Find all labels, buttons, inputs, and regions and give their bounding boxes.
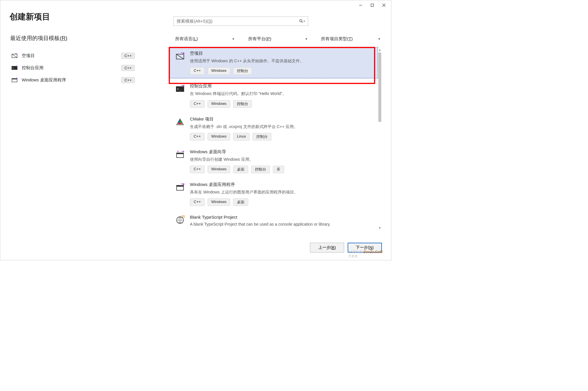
template-tags: C++Windows桌面 bbox=[190, 198, 374, 206]
recent-item-label: Windows 桌面应用程序 bbox=[22, 77, 117, 83]
scroll-up-button[interactable]: ▲ bbox=[378, 48, 382, 52]
template-tag: C++ bbox=[190, 100, 205, 108]
empty-project-icon bbox=[11, 52, 18, 59]
chevron-down-icon: ▼ bbox=[232, 37, 235, 41]
scroll-down-button[interactable]: ▼ bbox=[378, 226, 382, 230]
language-filter-dropdown[interactable]: 所有语言(L) ▼ bbox=[173, 34, 237, 44]
template-tag: 桌面 bbox=[233, 166, 248, 173]
back-button[interactable]: 上一步(B) bbox=[310, 243, 344, 253]
template-tag: C++ bbox=[190, 67, 205, 75]
desktop-app-icon bbox=[175, 182, 185, 192]
svg-point-14 bbox=[300, 20, 302, 22]
template-scrollbar[interactable]: ▲ ▼ bbox=[378, 48, 382, 230]
template-card[interactable]: TSBlank TypeScript ProjectA blank TypeSc… bbox=[168, 211, 378, 231]
template-card[interactable]: Windows 桌面应用程序具有在 Windows 上运行的图形用户界面的应用程… bbox=[168, 178, 378, 210]
template-tag: Windows bbox=[208, 166, 231, 173]
template-tags: C++Windows控制台 bbox=[190, 67, 374, 75]
template-card[interactable]: 空项目使用适用于 Windows 的 C++ 从头开始操作。不提供基础文件。C+… bbox=[168, 47, 378, 79]
svg-text:TS: TS bbox=[182, 215, 185, 218]
recent-item-label: 控制台应用 bbox=[22, 65, 117, 71]
language-badge: C++ bbox=[121, 77, 135, 83]
desktop-app-icon bbox=[11, 77, 18, 83]
svg-line-17 bbox=[176, 54, 184, 59]
watermark: CSDN @ DevZe.CoM 开发者 bbox=[348, 250, 382, 258]
combo-label: 所有项目类型(T) bbox=[321, 36, 353, 42]
svg-point-22 bbox=[183, 85, 184, 87]
template-tags: C++WindowsLinux控制台 bbox=[190, 133, 374, 140]
combo-label: 所有平台(P) bbox=[248, 36, 271, 42]
svg-point-18 bbox=[183, 52, 184, 54]
svg-line-15 bbox=[302, 22, 303, 23]
project-type-filter-dropdown[interactable]: 所有项目类型(T) ▼ bbox=[319, 34, 382, 44]
minimize-button[interactable] bbox=[355, 1, 366, 9]
recent-templates-list: 空项目 C++ >_ 控制台应用 C++ Windows 桌面应用程序 C++ bbox=[10, 50, 136, 86]
svg-text:>_: >_ bbox=[12, 67, 15, 69]
svg-point-6 bbox=[16, 53, 17, 54]
template-tag: 库 bbox=[273, 166, 284, 173]
search-templates-box[interactable]: 搜索模板(Alt+S)(S) ▾ bbox=[173, 17, 308, 26]
search-placeholder: 搜索模板(Alt+S)(S) bbox=[177, 19, 299, 24]
search-icon[interactable]: ▾ bbox=[299, 19, 305, 23]
typescript-icon: TS bbox=[175, 215, 185, 224]
page-title: 创建新项目 bbox=[10, 11, 50, 22]
template-title: CMake 项目 bbox=[190, 116, 374, 122]
svg-point-13 bbox=[16, 78, 17, 79]
empty-project-icon bbox=[175, 51, 185, 61]
chevron-down-icon: ▼ bbox=[305, 37, 308, 41]
template-description: 使用向导自行创建 Windows 应用。 bbox=[190, 156, 374, 162]
template-tag: C++ bbox=[190, 166, 205, 173]
close-button[interactable] bbox=[378, 1, 389, 9]
template-description: 生成不依赖于 .sln 或 .vcxproj 文件的新式跨平台 C++ 应用。 bbox=[190, 124, 374, 129]
template-tag: Windows bbox=[208, 133, 231, 140]
svg-point-7 bbox=[15, 53, 16, 54]
template-tag: C++ bbox=[190, 133, 205, 140]
template-description: A blank TypeScript Project that can be u… bbox=[190, 221, 374, 227]
svg-point-10 bbox=[16, 65, 17, 67]
recent-heading-text-end: ) bbox=[66, 35, 67, 41]
svg-point-19 bbox=[181, 52, 182, 53]
recent-item-empty-project[interactable]: 空项目 C++ bbox=[10, 50, 136, 62]
template-title: Blank TypeScript Project bbox=[190, 215, 374, 220]
maximize-button[interactable] bbox=[367, 1, 378, 9]
svg-text:>_: >_ bbox=[177, 87, 181, 91]
template-card[interactable]: CMake 项目生成不依赖于 .sln 或 .vcxproj 文件的新式跨平台 … bbox=[168, 112, 378, 145]
template-tag: 控制台 bbox=[253, 133, 271, 140]
platform-filter-dropdown[interactable]: 所有平台(P) ▼ bbox=[246, 34, 310, 44]
svg-rect-12 bbox=[12, 78, 17, 79]
svg-point-23 bbox=[181, 85, 182, 86]
template-tag: 控制台 bbox=[251, 166, 270, 173]
svg-point-34 bbox=[181, 183, 182, 184]
template-tag: 控制台 bbox=[233, 100, 252, 108]
template-tags: C++Windows桌面控制台库 bbox=[190, 166, 374, 173]
template-title: 空项目 bbox=[190, 51, 374, 56]
cmake-icon bbox=[175, 117, 185, 126]
recent-templates-heading: 最近使用的项目模板(R) bbox=[10, 34, 67, 42]
template-tag: 桌面 bbox=[233, 198, 248, 206]
template-tag: Linux bbox=[233, 133, 250, 140]
console-icon: >_ bbox=[11, 65, 18, 71]
language-badge: C++ bbox=[121, 53, 135, 59]
svg-rect-1 bbox=[371, 4, 374, 7]
svg-point-33 bbox=[183, 183, 184, 185]
template-description: 在 Windows 终端运行代码。默认打印 "Hello World"。 bbox=[190, 91, 374, 96]
language-badge: C++ bbox=[121, 65, 135, 71]
template-title: Windows 桌面向导 bbox=[190, 149, 374, 155]
template-tag: C++ bbox=[190, 198, 205, 206]
template-card[interactable]: Windows 桌面向导使用向导自行创建 Windows 应用。C++Windo… bbox=[168, 145, 378, 177]
recent-heading-accel: R bbox=[61, 35, 66, 41]
recent-item-console-app[interactable]: >_ 控制台应用 C++ bbox=[10, 62, 136, 74]
template-tag: Windows bbox=[208, 100, 231, 108]
recent-item-windows-desktop-app[interactable]: Windows 桌面应用程序 C++ bbox=[10, 74, 136, 86]
scrollbar-thumb[interactable] bbox=[378, 52, 381, 122]
chevron-down-icon: ▼ bbox=[378, 37, 381, 41]
template-tag: Windows bbox=[208, 198, 231, 206]
template-tag: 控制台 bbox=[233, 67, 252, 75]
recent-heading-text: 最近使用的项目模板( bbox=[10, 35, 61, 41]
template-title: Windows 桌面应用程序 bbox=[190, 182, 374, 187]
template-description: 使用适用于 Windows 的 C++ 从头开始操作。不提供基础文件。 bbox=[190, 58, 374, 64]
recent-item-label: 空项目 bbox=[22, 53, 117, 59]
template-card[interactable]: >_控制台应用在 Windows 终端运行代码。默认打印 "Hello Worl… bbox=[168, 79, 378, 112]
filters-row: 所有语言(L) ▼ 所有平台(P) ▼ 所有项目类型(T) ▼ bbox=[173, 34, 382, 44]
svg-rect-29 bbox=[177, 153, 184, 154]
console-icon: >_ bbox=[175, 84, 185, 93]
